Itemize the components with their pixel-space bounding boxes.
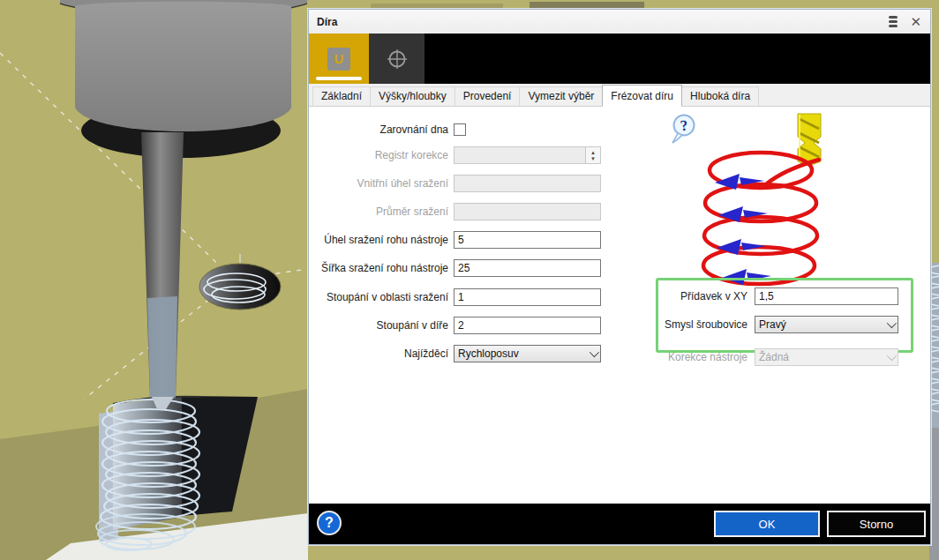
dialog-titlebar: Díra ✕ [309, 10, 930, 34]
label-stoupani-dire: Stoupání v díře [309, 317, 448, 334]
tab-vysky-hloubky[interactable]: Výšky/hloubky [370, 86, 455, 106]
helix-path [703, 153, 819, 284]
close-icon[interactable]: ✕ [910, 15, 921, 28]
helical-entry-illustration [688, 112, 856, 293]
label-smysl-sroubovice: Smysl šroubovice [649, 316, 747, 333]
label-prumer-srazeni: Průměr sražení [309, 203, 448, 220]
label-vnitrni-uhel: Vnitřní úhel sražení [309, 175, 448, 192]
stoupani-dire-input[interactable] [454, 317, 601, 334]
zarovnani-dna-checkbox[interactable] [454, 123, 466, 136]
stoupani-oblast-input[interactable] [454, 288, 601, 306]
smysl-sroubovice-combo[interactable]: Pravý [755, 316, 898, 333]
pridavek-xy-input[interactable] [755, 287, 898, 305]
dialog-tabs: Základní Výšky/hloubky Provedení Vymezit… [309, 84, 930, 107]
chevron-down-icon [887, 351, 897, 361]
korekce-nastroje-value: Žádná [759, 351, 789, 363]
registr-korekce-spinner: ▲▼ [454, 146, 601, 164]
najizdeci-value: Rychloposuv [458, 347, 519, 360]
tab-frezovat-diru[interactable]: Frézovat díru [602, 85, 682, 107]
hole-2 [199, 264, 281, 310]
korekce-nastroje-combo: Žádná [755, 348, 898, 366]
background-geometry [371, 4, 503, 8]
chevron-down-icon [590, 347, 599, 357]
selected-underline [316, 77, 362, 80]
tool-shaft-lower [147, 296, 177, 397]
operation-icon-strip: U [309, 34, 930, 84]
origin-crosshair-icon [386, 48, 409, 71]
label-stoupani-oblast: Stoupání v oblasti sražení [309, 288, 448, 306]
registr-korekce-input [454, 146, 586, 164]
prumer-srazeni-input [454, 203, 601, 220]
label-korekce-nastroje: Korekce nástroje [649, 348, 747, 366]
label-pridavek-xy: Přídavek v XY [649, 287, 747, 305]
screen: Díra ✕ U Základní Výšky/hloubky Proveden… [0, 0, 939, 560]
dialog-title: Díra [309, 16, 337, 28]
smysl-sroubovice-value: Pravý [759, 318, 786, 331]
operation-tab-pocket[interactable]: U [309, 34, 369, 84]
label-najizdeci: Najížděcí [309, 345, 448, 362]
dialog-footer: ? OK Storno [309, 504, 930, 544]
chevron-down-icon [887, 318, 897, 328]
label-zarovnani-dna: Zarovnání dna [309, 121, 448, 138]
operation-tab-origin[interactable] [369, 34, 424, 84]
spinner-arrows-icon: ▲▼ [586, 146, 601, 164]
tab-vymezit-vyber[interactable]: Vymezit výběr [519, 86, 603, 106]
uhel-srazeni-rohu-input[interactable] [454, 231, 601, 249]
tab-provedeni[interactable]: Provedení [454, 86, 521, 106]
tab-zakladni[interactable]: Základní [312, 86, 371, 106]
sirka-srazeni-rohu-input[interactable] [454, 259, 601, 277]
tab-hluboka-dira[interactable]: Hluboká díra [681, 86, 759, 106]
pocket-u-icon: U [327, 48, 350, 71]
ok-button[interactable]: OK [714, 511, 820, 537]
dialog-body: Zarovnání dna Registr korekce ▲▼ Vnitřní… [309, 107, 930, 504]
label-registr-korekce: Registr korekce [309, 146, 448, 164]
label-sirka-srazeni-rohu: Šířka sražení rohu nástroje [309, 259, 448, 277]
hole-dialog: Díra ✕ U Základní Výšky/hloubky Proveden… [308, 9, 931, 545]
label-uhel-srazeni-rohu: Úhel sražení rohu nástroje [309, 231, 448, 249]
help-icon[interactable]: ? [317, 511, 342, 535]
najizdeci-combo[interactable]: Rychloposuv [454, 345, 601, 362]
window-menu-icon[interactable] [889, 16, 898, 27]
vnitrni-uhel-input [454, 175, 601, 192]
tool-holder [75, 2, 291, 131]
cancel-button[interactable]: Storno [827, 511, 926, 537]
